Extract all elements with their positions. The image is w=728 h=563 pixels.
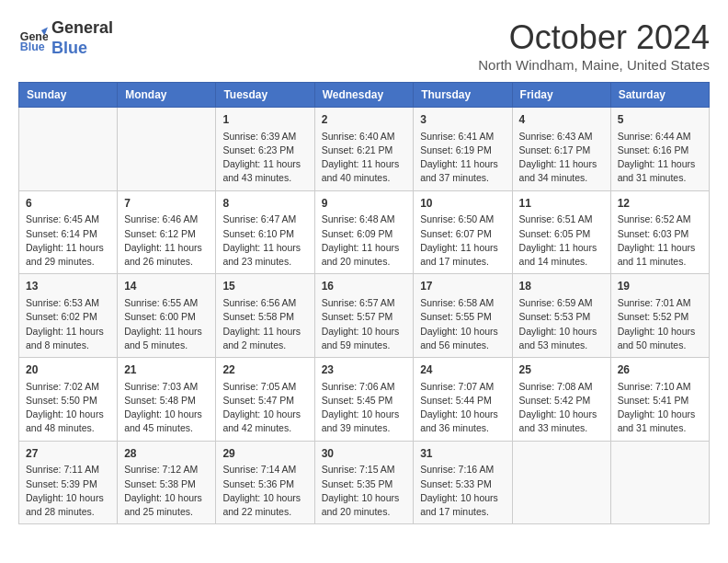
day-number: 24	[420, 362, 505, 378]
day-info: Sunrise: 7:11 AM Sunset: 5:39 PM Dayligh…	[26, 463, 110, 519]
header-row: SundayMondayTuesdayWednesdayThursdayFrid…	[19, 83, 710, 108]
week-row-5: 27Sunrise: 7:11 AM Sunset: 5:39 PM Dayli…	[19, 441, 710, 524]
day-info: Sunrise: 6:48 AM Sunset: 6:09 PM Dayligh…	[322, 213, 407, 269]
day-number: 11	[519, 196, 604, 212]
day-number: 31	[420, 446, 505, 462]
day-number: 30	[322, 446, 407, 462]
day-cell: 23Sunrise: 7:06 AM Sunset: 5:45 PM Dayli…	[314, 358, 414, 442]
day-cell: 1Sunrise: 6:39 AM Sunset: 6:23 PM Daylig…	[216, 108, 314, 191]
day-info: Sunrise: 6:56 AM Sunset: 5:58 PM Dayligh…	[222, 296, 307, 352]
day-cell: 6Sunrise: 6:45 AM Sunset: 6:14 PM Daylig…	[19, 190, 118, 274]
day-number: 12	[618, 196, 702, 212]
day-cell: 11Sunrise: 6:51 AM Sunset: 6:05 PM Dayli…	[512, 190, 610, 274]
day-cell: 22Sunrise: 7:05 AM Sunset: 5:47 PM Dayli…	[216, 358, 314, 442]
day-number: 1	[222, 112, 307, 128]
day-info: Sunrise: 6:52 AM Sunset: 6:03 PM Dayligh…	[618, 213, 702, 269]
day-info: Sunrise: 7:01 AM Sunset: 5:52 PM Dayligh…	[618, 296, 702, 352]
col-header-friday: Friday	[512, 83, 610, 108]
day-number: 18	[519, 279, 604, 294]
day-info: Sunrise: 6:45 AM Sunset: 6:14 PM Dayligh…	[26, 213, 110, 269]
day-cell	[610, 441, 709, 524]
day-info: Sunrise: 7:16 AM Sunset: 5:33 PM Dayligh…	[420, 463, 505, 519]
day-cell	[19, 108, 118, 191]
day-number: 17	[420, 279, 505, 294]
day-number: 2	[322, 112, 407, 128]
day-number: 29	[222, 446, 307, 462]
day-number: 10	[420, 196, 505, 212]
day-info: Sunrise: 6:43 AM Sunset: 6:17 PM Dayligh…	[519, 130, 604, 186]
day-info: Sunrise: 7:03 AM Sunset: 5:48 PM Dayligh…	[124, 380, 209, 436]
day-number: 19	[618, 279, 702, 294]
day-number: 4	[519, 112, 604, 128]
logo: General Blue General Blue	[18, 18, 113, 58]
day-info: Sunrise: 7:14 AM Sunset: 5:36 PM Dayligh…	[222, 463, 307, 519]
day-cell: 15Sunrise: 6:56 AM Sunset: 5:58 PM Dayli…	[216, 274, 314, 358]
day-info: Sunrise: 7:08 AM Sunset: 5:42 PM Dayligh…	[519, 380, 604, 436]
day-info: Sunrise: 6:40 AM Sunset: 6:21 PM Dayligh…	[322, 130, 407, 186]
week-row-3: 13Sunrise: 6:53 AM Sunset: 6:02 PM Dayli…	[19, 274, 710, 358]
day-cell: 21Sunrise: 7:03 AM Sunset: 5:48 PM Dayli…	[118, 358, 216, 442]
calendar-table: SundayMondayTuesdayWednesdayThursdayFrid…	[18, 82, 710, 524]
day-cell: 27Sunrise: 7:11 AM Sunset: 5:39 PM Dayli…	[19, 441, 118, 524]
day-info: Sunrise: 7:10 AM Sunset: 5:41 PM Dayligh…	[618, 380, 702, 436]
day-info: Sunrise: 7:15 AM Sunset: 5:35 PM Dayligh…	[322, 463, 407, 519]
day-number: 22	[222, 362, 307, 378]
day-cell: 31Sunrise: 7:16 AM Sunset: 5:33 PM Dayli…	[414, 441, 512, 524]
col-header-tuesday: Tuesday	[216, 83, 314, 108]
day-number: 21	[124, 362, 209, 378]
logo-text-general: General	[51, 18, 113, 39]
day-info: Sunrise: 7:05 AM Sunset: 5:47 PM Dayligh…	[222, 380, 307, 436]
day-cell: 25Sunrise: 7:08 AM Sunset: 5:42 PM Dayli…	[512, 358, 610, 442]
day-number: 28	[124, 446, 209, 462]
day-info: Sunrise: 6:39 AM Sunset: 6:23 PM Dayligh…	[222, 130, 307, 186]
day-info: Sunrise: 6:57 AM Sunset: 5:57 PM Dayligh…	[322, 296, 407, 352]
day-info: Sunrise: 6:44 AM Sunset: 6:16 PM Dayligh…	[618, 130, 702, 186]
day-cell: 28Sunrise: 7:12 AM Sunset: 5:38 PM Dayli…	[118, 441, 216, 524]
day-info: Sunrise: 7:06 AM Sunset: 5:45 PM Dayligh…	[322, 380, 407, 436]
week-row-2: 6Sunrise: 6:45 AM Sunset: 6:14 PM Daylig…	[19, 190, 710, 274]
svg-text:Blue: Blue	[20, 40, 45, 53]
day-number: 25	[519, 362, 604, 378]
day-cell	[118, 108, 216, 191]
day-number: 14	[124, 279, 209, 294]
day-cell: 13Sunrise: 6:53 AM Sunset: 6:02 PM Dayli…	[19, 274, 118, 358]
day-cell: 4Sunrise: 6:43 AM Sunset: 6:17 PM Daylig…	[512, 108, 610, 191]
page-header: General Blue General Blue October 2024 N…	[18, 18, 710, 73]
title-block: October 2024 North Windham, Maine, Unite…	[478, 18, 710, 73]
day-cell: 19Sunrise: 7:01 AM Sunset: 5:52 PM Dayli…	[610, 274, 709, 358]
col-header-wednesday: Wednesday	[314, 83, 414, 108]
day-number: 8	[222, 196, 307, 212]
day-cell: 18Sunrise: 6:59 AM Sunset: 5:53 PM Dayli…	[512, 274, 610, 358]
day-cell: 26Sunrise: 7:10 AM Sunset: 5:41 PM Dayli…	[610, 358, 709, 442]
day-number: 20	[26, 362, 110, 378]
day-cell: 30Sunrise: 7:15 AM Sunset: 5:35 PM Dayli…	[314, 441, 414, 524]
day-number: 27	[26, 446, 110, 462]
day-info: Sunrise: 7:07 AM Sunset: 5:44 PM Dayligh…	[420, 380, 505, 436]
col-header-monday: Monday	[118, 83, 216, 108]
location: North Windham, Maine, United States	[478, 57, 710, 73]
day-number: 23	[322, 362, 407, 378]
day-info: Sunrise: 6:59 AM Sunset: 5:53 PM Dayligh…	[519, 296, 604, 352]
day-info: Sunrise: 6:58 AM Sunset: 5:55 PM Dayligh…	[420, 296, 505, 352]
day-cell: 8Sunrise: 6:47 AM Sunset: 6:10 PM Daylig…	[216, 190, 314, 274]
logo-text-blue: Blue	[51, 39, 113, 59]
day-cell: 2Sunrise: 6:40 AM Sunset: 6:21 PM Daylig…	[314, 108, 414, 191]
day-number: 6	[26, 196, 110, 212]
day-info: Sunrise: 6:51 AM Sunset: 6:05 PM Dayligh…	[519, 213, 604, 269]
day-cell: 5Sunrise: 6:44 AM Sunset: 6:16 PM Daylig…	[610, 108, 709, 191]
logo-icon: General Blue	[18, 24, 48, 53]
day-number: 26	[618, 362, 702, 378]
day-number: 15	[222, 279, 307, 294]
day-info: Sunrise: 7:12 AM Sunset: 5:38 PM Dayligh…	[124, 463, 209, 519]
day-cell: 24Sunrise: 7:07 AM Sunset: 5:44 PM Dayli…	[414, 358, 512, 442]
day-cell: 3Sunrise: 6:41 AM Sunset: 6:19 PM Daylig…	[414, 108, 512, 191]
day-number: 5	[618, 112, 702, 128]
day-info: Sunrise: 6:53 AM Sunset: 6:02 PM Dayligh…	[26, 296, 110, 352]
col-header-saturday: Saturday	[610, 83, 709, 108]
day-number: 7	[124, 196, 209, 212]
day-cell: 14Sunrise: 6:55 AM Sunset: 6:00 PM Dayli…	[118, 274, 216, 358]
day-cell: 20Sunrise: 7:02 AM Sunset: 5:50 PM Dayli…	[19, 358, 118, 442]
day-info: Sunrise: 6:55 AM Sunset: 6:00 PM Dayligh…	[124, 296, 209, 352]
day-cell: 7Sunrise: 6:46 AM Sunset: 6:12 PM Daylig…	[118, 190, 216, 274]
day-info: Sunrise: 6:47 AM Sunset: 6:10 PM Dayligh…	[222, 213, 307, 269]
